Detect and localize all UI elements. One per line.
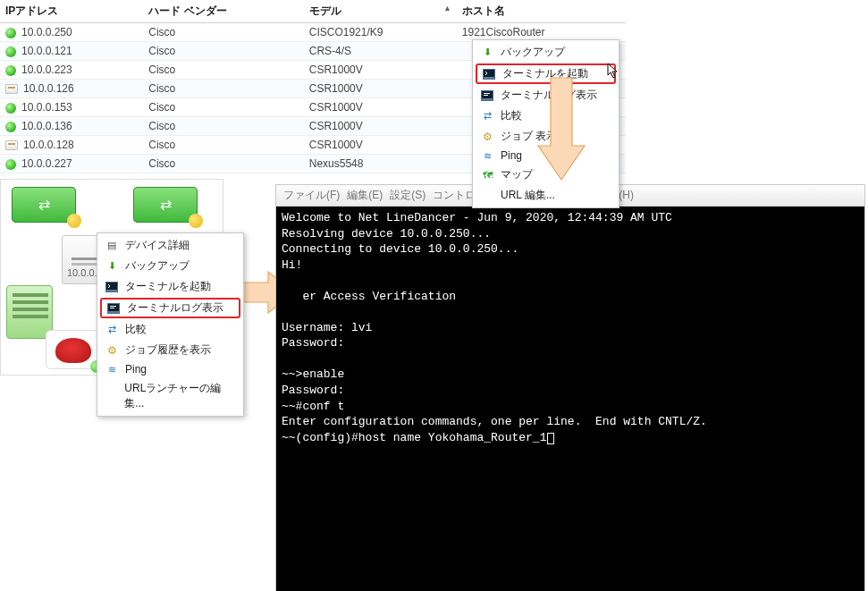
terminal-icon	[482, 68, 496, 80]
status-ok-icon	[5, 103, 16, 114]
menu-map[interactable]: マップ	[473, 165, 619, 173]
menu-launch-terminal[interactable]: ターミナルを起動	[476, 63, 616, 84]
status-ok-icon	[5, 122, 16, 132]
label: マップ	[501, 167, 533, 173]
label: Ping	[501, 149, 522, 162]
col-vendor[interactable]: ハード ベンダー	[143, 0, 303, 23]
config-icon	[5, 84, 18, 94]
compare-icon	[480, 110, 494, 122]
status-ok-icon	[5, 65, 16, 76]
svg-rect-1	[484, 70, 494, 77]
status-ok-icon	[5, 159, 16, 170]
config-icon	[5, 140, 18, 150]
status-ok-icon	[5, 46, 16, 57]
download-icon	[480, 46, 494, 59]
terminal-log-icon	[480, 89, 494, 102]
menu-ping[interactable]: Ping	[473, 147, 619, 165]
ping-icon	[480, 149, 494, 162]
label: 比較	[501, 108, 522, 123]
map-icon	[480, 169, 494, 174]
device-context-menu: バックアップ ターミナルを起動 ターミナルログ表示 比較 ジョブ 表示 Ping…	[472, 39, 619, 173]
col-ip[interactable]: IPアドレス	[0, 0, 143, 23]
menu-compare[interactable]: 比較	[473, 106, 619, 126]
status-ok-icon	[5, 28, 16, 38]
menu-terminal-log[interactable]: ターミナルログ表示	[473, 85, 619, 106]
svg-rect-4	[484, 93, 490, 94]
svg-rect-5	[484, 95, 488, 96]
label: ターミナルログ表示	[501, 88, 597, 103]
menu-job-history[interactable]: ジョブ 表示	[473, 126, 619, 147]
gear-icon	[480, 131, 494, 143]
label: ターミナルを起動	[502, 66, 588, 81]
col-model[interactable]: モデル	[304, 0, 457, 23]
col-host[interactable]: ホスト名	[457, 0, 626, 23]
label: ジョブ 表示	[501, 129, 557, 144]
menu-backup[interactable]: バックアップ	[473, 42, 619, 63]
label: バックアップ	[501, 45, 565, 60]
